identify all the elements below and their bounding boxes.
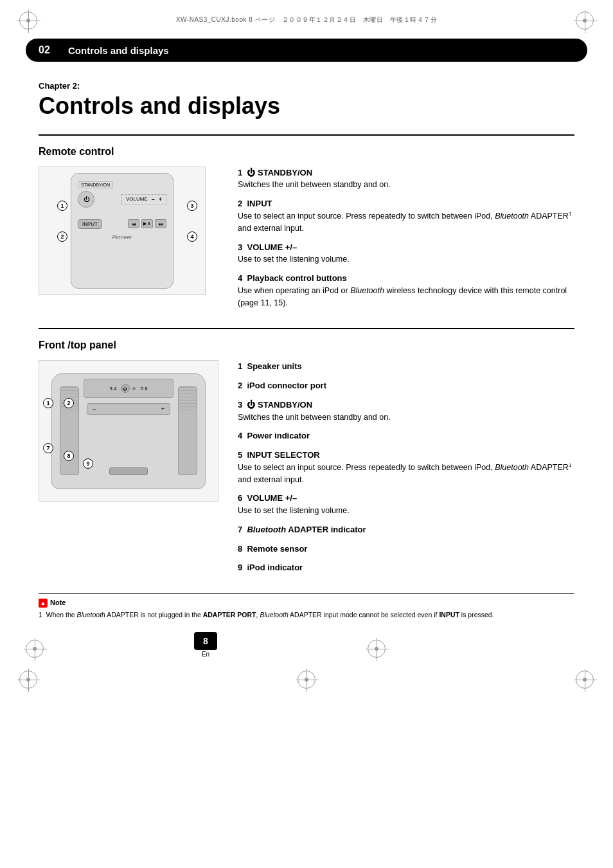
remote-prev-btn: ⏮ (128, 219, 139, 228)
panel-item-6: 6 VOLUME +/– Use to set the listening vo… (238, 492, 574, 517)
remote-standby-btn: ⏻ (78, 191, 94, 208)
panel-section-title: Front /top panel (39, 339, 574, 351)
remote-item-2: 2 INPUT Use to select an input source. P… (238, 197, 574, 234)
bottom-far-left-reg-mark (19, 671, 37, 689)
remote-item-3: 3 VOLUME +/– Use to set the listening vo… (238, 241, 574, 266)
note-title: ▲ Note (39, 598, 574, 608)
top-registration-area: XW-NAS3_CUXJ.book 8 ページ ２００９年１２月２４日 木曜日 … (0, 0, 613, 39)
main-content: Chapter 2: Controls and displays Remote … (39, 81, 574, 619)
chapter-bar: 02 Controls and displays (26, 39, 587, 62)
chapter-bar-title: Controls and displays (68, 45, 169, 56)
remote-body: STANDBY/ON ⏻ VOLUME – + INPUT ⏮ ▶⏸ (71, 173, 173, 289)
remote-image-col: STANDBY/ON ⏻ VOLUME – + INPUT ⏮ ▶⏸ (39, 167, 218, 316)
remote-control-section: STANDBY/ON ⏻ VOLUME – + INPUT ⏮ ▶⏸ (39, 167, 574, 316)
section-divider-remote (39, 134, 574, 136)
panel-item-4: 4 Power indicator (238, 429, 574, 442)
remote-next-btn: ⏭ (155, 219, 166, 228)
ipod-slot (109, 467, 148, 475)
panel-image-col: 3 4 ⏻ 5 6 – + 1 2 7 8 (39, 360, 218, 581)
note-icon: ▲ (39, 599, 48, 608)
bottom-left-reg-mark (26, 640, 44, 658)
panel-item-5: 5 INPUT SELECTOR Use to select an input … (238, 449, 574, 485)
page-number-wrapper: 8 En (194, 632, 217, 658)
panel-item-2: 2 iPod connector port (238, 379, 574, 392)
panel-led (132, 387, 136, 390)
panel-vol-row: – + (87, 403, 170, 415)
remote-item-4: 4 Playback control buttons Use when oper… (238, 272, 574, 309)
callout-1: 1 (57, 201, 67, 211)
remote-item-1: 1 ⏻ STANDBY/ON Switches the unit between… (238, 167, 574, 192)
callout-3: 3 (187, 201, 197, 211)
remote-input-btn: INPUT (78, 219, 102, 229)
top-right-reg-mark (576, 12, 594, 30)
remote-top-row: ⏻ VOLUME – + (78, 191, 166, 208)
speaker-body: 3 4 ⏻ 5 6 – + (51, 373, 206, 489)
callout-4: 4 (187, 231, 197, 242)
remote-desc-col: 1 ⏻ STANDBY/ON Switches the unit between… (238, 167, 574, 316)
speaker-top-panel: 3 4 ⏻ 5 6 (84, 379, 173, 398)
panel-standby-btn: ⏻ (121, 384, 130, 393)
panel-item-9: 9 iPod indicator (238, 561, 574, 574)
speaker-right (178, 386, 197, 475)
speaker-grille-right (179, 387, 197, 475)
page-lang: En (202, 651, 209, 658)
remote-brand: Pioneer (112, 234, 132, 240)
remote-controls-group: ⏮ ▶⏸ ⏭ (128, 219, 166, 228)
bottom-far-center-reg-mark (298, 671, 315, 689)
note-text-1: 1 When the Bluetooth ADAPTER is not plug… (39, 610, 574, 620)
chapter-label: Chapter 2: (39, 81, 574, 91)
remote-desc-list: 1 ⏻ STANDBY/ON Switches the unit between… (238, 167, 574, 309)
panel-desc-list: 1 Speaker units 2 iPod connector port 3 … (238, 360, 574, 574)
bottom-area: 8 En (26, 632, 587, 664)
panel-diagram: 3 4 ⏻ 5 6 – + 1 2 7 8 (39, 360, 218, 502)
front-panel-section: 3 4 ⏻ 5 6 – + 1 2 7 8 (39, 360, 574, 581)
chapter-number: 02 (39, 44, 58, 56)
remote-bottom-row: INPUT ⏮ ▶⏸ ⏭ (78, 219, 166, 229)
bottom-far-right-reg-mark (576, 671, 594, 689)
page-number: 8 (194, 632, 217, 650)
remote-play-btn: ▶⏸ (141, 219, 153, 228)
panel-item-3: 3 ⏻ STANDBY/ON Switches the unit between… (238, 399, 574, 424)
chapter-main-title: Controls and displays (39, 93, 574, 119)
bottom-center-reg-mark (368, 640, 386, 658)
remote-section-title: Remote control (39, 146, 574, 158)
bottom-registration-area (0, 664, 613, 701)
file-line: XW-NAS3_CUXJ.book 8 ページ ２００９年１２月２４日 木曜日 … (37, 15, 576, 24)
note-section: ▲ Note 1 When the Bluetooth ADAPTER is n… (39, 593, 574, 619)
section-divider-panel (39, 328, 574, 329)
panel-item-1: 1 Speaker units (238, 360, 574, 373)
panel-desc-col: 1 Speaker units 2 iPod connector port 3 … (238, 360, 574, 581)
remote-volume-group: VOLUME – + (121, 194, 166, 204)
remote-diagram: STANDBY/ON ⏻ VOLUME – + INPUT ⏮ ▶⏸ (39, 167, 206, 295)
top-left-reg-mark (19, 12, 37, 30)
panel-item-8: 8 Remote sensor (238, 543, 574, 556)
callout-2: 2 (57, 231, 67, 242)
panel-item-7: 7 Bluetooth ADAPTER indicator (238, 523, 574, 536)
